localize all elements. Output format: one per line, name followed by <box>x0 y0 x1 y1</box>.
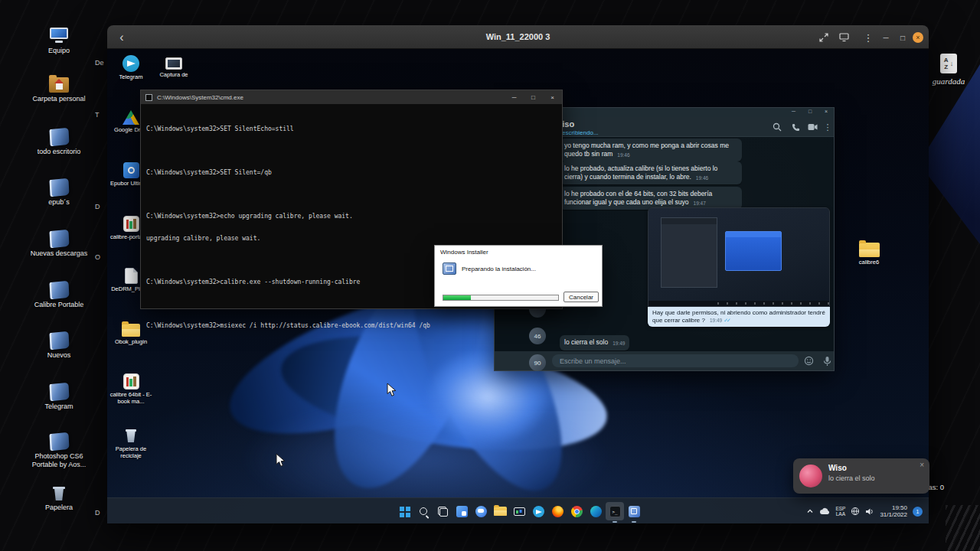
chrome-button[interactable] <box>567 502 586 520</box>
ebook-icon <box>49 281 69 300</box>
windows-taskbar: >_ ESP LAA 19:50 31/1/2022 <box>107 497 929 523</box>
windows-installer-icon <box>629 506 640 517</box>
emoji-button[interactable] <box>803 355 815 367</box>
notification-count-badge[interactable]: 1 <box>913 507 923 517</box>
taskbar-clock[interactable]: 19:50 31/1/2022 <box>880 504 907 519</box>
search-button[interactable] <box>772 122 782 132</box>
calibre-icon <box>123 216 139 232</box>
voice-message-button[interactable] <box>822 355 833 367</box>
onedrive-cloud-icon[interactable] <box>819 507 830 515</box>
sort-letter-z: Z <box>944 64 949 70</box>
message-image[interactable] <box>648 207 830 307</box>
edge-button[interactable] <box>586 502 605 520</box>
desktop-icon-telegram[interactable]: Telegram <box>109 55 153 80</box>
task-manager-button[interactable] <box>510 502 528 520</box>
close-button[interactable]: × <box>543 90 562 104</box>
minimize-button[interactable]: ─ <box>879 31 893 44</box>
terminal-line: C:\Windows\system32>SET Silent=/qb <box>146 169 557 177</box>
file-explorer-button[interactable] <box>491 502 509 520</box>
telegram-icon <box>533 506 544 517</box>
desktop-icon-calibre6-folder[interactable]: calibre6 <box>838 240 900 266</box>
chat-button[interactable] <box>472 502 490 520</box>
task-view-button[interactable] <box>433 502 452 520</box>
firefox-button[interactable] <box>548 502 567 520</box>
fullscreen-button[interactable] <box>817 31 831 44</box>
sender-avatar[interactable]: 90 <box>529 354 546 371</box>
chat-message[interactable]: lo he probado con el de 64 bits, con 32 … <box>560 187 742 210</box>
cancel-button[interactable]: Cancelar <box>564 292 599 302</box>
saved-note-label[interactable]: guardada <box>923 77 974 86</box>
tray-date: 31/1/2022 <box>880 511 907 519</box>
installer-status-text: Preparando la instalación... <box>462 266 536 272</box>
host-icon-equipo[interactable]: Equipo <box>28 28 90 55</box>
ebook-icon <box>49 331 69 350</box>
close-button[interactable]: × <box>913 32 923 43</box>
sort-az-icon[interactable]: A Z ↓ <box>940 54 957 73</box>
chat-message-with-image[interactable]: Hay que darle permisos, ni abriendo como… <box>648 207 830 327</box>
host-icon-calibre-portable[interactable]: Calibre Portable <box>28 282 90 309</box>
desktop-icon-recycle-bin[interactable]: Papelera de reciclaje <box>109 427 153 459</box>
task-manager-icon <box>514 507 525 516</box>
toast-title: Wiso <box>828 464 847 472</box>
host-icon-epubs[interactable]: epub´s <box>28 179 90 207</box>
host-icon-nuevas-descargas[interactable]: Nuevas descargas <box>28 230 90 258</box>
minimize-button[interactable]: ─ <box>792 109 795 114</box>
chat-message[interactable]: lo he probado, actualiza calibre (si lo … <box>560 161 742 184</box>
desktop-icon-label: calibre 64bit - E-book ma... <box>109 391 153 405</box>
maximize-button[interactable]: □ <box>896 31 910 44</box>
clipped-icon-label: De <box>95 59 106 67</box>
clipped-icon-label: T <box>95 111 106 119</box>
message-input[interactable] <box>552 354 799 367</box>
widgets-icon <box>456 506 468 517</box>
chat-message[interactable]: lo cierra el solo19:49 <box>560 335 629 350</box>
vm-window-title: Win_11_22000 3 <box>107 32 929 41</box>
host-icon-papelera[interactable]: Papelera <box>28 485 90 512</box>
telegram-button[interactable] <box>529 502 547 520</box>
cmd-taskbar-button[interactable]: >_ <box>606 502 624 520</box>
menu-button[interactable]: ⋮ <box>861 31 875 44</box>
network-icon[interactable] <box>851 507 860 516</box>
keyboard-layout-indicator[interactable]: ESP LAA <box>835 506 845 517</box>
taskbar-search-button[interactable] <box>414 502 433 520</box>
voice-call-button[interactable] <box>790 122 801 132</box>
sort-arrow-icon: ↓ <box>950 60 954 67</box>
host-icon-label: Photoshop CS6 Portable by Aos... <box>28 452 90 469</box>
chat-message[interactable]: yo tengo mucha ram, y como me ponga a ab… <box>560 139 742 161</box>
installer-taskbar-button[interactable] <box>625 502 643 520</box>
host-icon-label: Calibre Portable <box>34 301 84 309</box>
recycle-bin-icon <box>125 428 137 444</box>
cmd-window-title: C:\Windows\System32\cmd.exe <box>157 94 243 101</box>
host-icon-label: epub´s <box>48 198 70 207</box>
video-call-button[interactable] <box>807 122 818 132</box>
volume-icon[interactable] <box>865 507 874 516</box>
desktop-icon-calibre-64bit[interactable]: calibre 64bit - E-book ma... <box>109 373 153 405</box>
host-icon-todo-escritorio[interactable]: todo escritorio <box>28 129 90 156</box>
desktop-icon-label: Obok_plugin <box>115 338 147 345</box>
host-icon-carpeta-personal[interactable]: Carpeta personal <box>28 77 90 103</box>
ebook-icon <box>49 128 69 147</box>
host-icon-telegram[interactable]: Telegram <box>28 383 90 411</box>
toast-close-button[interactable]: × <box>920 461 924 469</box>
host-icon-photoshop[interactable]: Photoshop CS6 Portable by Aos... <box>28 433 90 469</box>
host-icon-label: Papelera <box>45 504 73 512</box>
firefox-icon <box>552 506 564 517</box>
computer-icon <box>50 28 68 44</box>
display-button[interactable] <box>837 31 851 44</box>
chat-icon <box>475 506 487 517</box>
host-icon-nuevos[interactable]: Nuevos <box>28 332 90 360</box>
maximize-button[interactable]: □ <box>524 90 543 104</box>
tray-chevron-up-icon[interactable] <box>806 508 814 514</box>
cmd-titlebar[interactable]: C:\Windows\System32\cmd.exe ─ □ × <box>141 90 562 104</box>
desktop-icon-label: calibre6 <box>859 259 879 266</box>
vm-titlebar[interactable]: ‹ Win_11_22000 3 ⋮ ─ □ × <box>107 25 929 49</box>
close-button[interactable]: × <box>825 109 828 114</box>
desktop-icon-captura[interactable]: Captura de <box>150 55 198 78</box>
maximize-button[interactable]: □ <box>808 109 812 114</box>
clipped-icon-label: O <box>95 253 106 261</box>
notification-toast[interactable]: Wiso lo cierra el solo × <box>793 458 929 494</box>
minimize-button[interactable]: ─ <box>505 90 524 104</box>
widgets-button[interactable] <box>452 502 471 520</box>
chat-menu-button[interactable]: ⋮ <box>822 122 833 132</box>
start-button[interactable] <box>395 502 413 520</box>
terminal-line: C:\Windows\system32>echo upgrading calib… <box>146 213 557 220</box>
